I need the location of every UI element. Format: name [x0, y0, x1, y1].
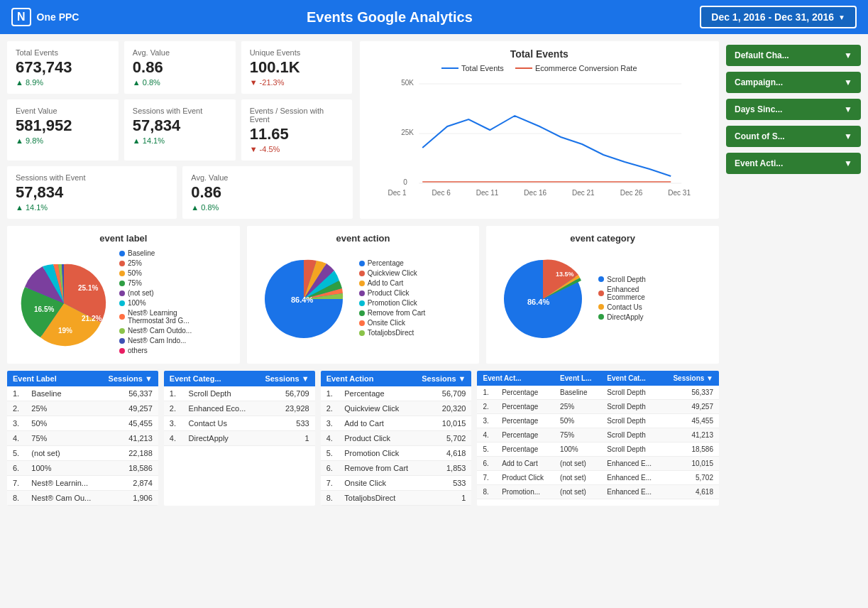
row-num: 2. — [321, 401, 339, 416]
chart-legend: Total Events Ecommerce Conversion Rate — [367, 64, 713, 72]
row-act: Add to Cart — [496, 457, 554, 471]
x-label: Dec 11 — [476, 189, 499, 197]
pie-category-title: event category — [493, 233, 712, 244]
row-label: Nest® Cam Ou... — [26, 491, 100, 506]
th-event-l: Event L... — [554, 371, 601, 386]
legend-item: others — [119, 347, 192, 354]
row-act: Promotion... — [496, 485, 554, 499]
row-num: 2. — [477, 400, 496, 414]
legend-item: Nest® LearningThermostat 3rd G... — [119, 309, 192, 325]
row-label: Promotion Click — [339, 446, 415, 461]
metric-unique-events: Unique Events 100.1K -21.3% — [241, 41, 353, 94]
row-value: 41,213 — [100, 431, 158, 446]
row-value: 4,618 — [415, 446, 472, 461]
row-value: 1,853 — [415, 461, 472, 476]
row-num: 8. — [321, 491, 339, 506]
row-value: 5,702 — [663, 471, 719, 485]
row-label: (not set) — [554, 457, 601, 471]
table-row: 8.Promotion...(not set)Enhanced E...4,61… — [477, 485, 719, 499]
table-row: 3.Add to Cart10,015 — [321, 416, 472, 431]
metric-value: 57,834 — [133, 116, 227, 135]
chevron-down-icon: ▼ — [844, 77, 852, 87]
row-value: 41,213 — [663, 428, 719, 443]
table-row: 3.50%45,455 — [7, 416, 158, 431]
table-row: 8.TotaljobsDirect1 — [321, 491, 472, 506]
metric-change: 14.1% — [16, 203, 168, 212]
pie-label-title: event label — [14, 233, 233, 244]
row-value: 1,906 — [100, 491, 158, 506]
row-label: 50% — [554, 414, 601, 428]
svg-text:25.1%: 25.1% — [78, 284, 98, 292]
legend-item: Percentage — [359, 259, 426, 267]
filter-label: Days Sinc... — [735, 104, 782, 114]
x-label: Dec 26 — [620, 189, 643, 197]
row-label: Contact Us — [183, 416, 256, 431]
logo-area: N One PPC — [11, 8, 79, 26]
svg-text:50K: 50K — [401, 79, 414, 87]
row-cat: Scroll Depth — [601, 443, 662, 457]
logo-icon: N — [11, 8, 31, 26]
row-num: 3. — [477, 414, 496, 428]
metric-avg-value-2: Avg. Value 0.86 0.8% — [182, 166, 352, 219]
table-row: 5.Percentage100%Scroll Depth18,586 — [477, 443, 719, 457]
table-row: 2.Enhanced Eco...23,928 — [164, 401, 315, 416]
line-chart-svg: 50K 25K 0 — [367, 77, 713, 190]
row-label: Percentage — [339, 386, 415, 401]
pie-action-legend: Percentage Quickview Click Add to Cart P… — [359, 259, 426, 339]
pie-label-svg: 25.1% 21.2% 19% 16.5% — [14, 254, 114, 353]
chevron-down-icon: ▼ — [844, 104, 852, 114]
row-cat: Enhanced E... — [601, 485, 662, 499]
row-num: 7. — [7, 476, 26, 491]
table-row: 7.Onsite Click533 — [321, 476, 472, 491]
metric-change: 8.9% — [16, 78, 110, 87]
metric-value: 100.1K — [250, 58, 344, 77]
filter-days-since[interactable]: Days Sinc... ▼ — [726, 99, 861, 120]
metric-change: -4.5% — [250, 145, 344, 153]
svg-text:86.4%: 86.4% — [291, 295, 313, 304]
table-row: 7.Nest® Learnin...2,874 — [7, 476, 158, 491]
row-label: 75% — [554, 428, 601, 443]
table-row: 1.Percentage56,709 — [321, 386, 472, 401]
date-range-button[interactable]: Dec 1, 2016 - Dec 31, 2016 ▼ — [700, 6, 857, 28]
metric-event-value: Event Value 581,952 9.8% — [7, 99, 119, 161]
row-num: 8. — [7, 491, 26, 506]
row-num: 2. — [7, 401, 26, 416]
row-label: Quickview Click — [339, 401, 415, 416]
row-value: 533 — [256, 416, 314, 431]
metric-sessions-event: Sessions with Event 57,834 14.1% — [124, 99, 236, 161]
row-cat: Enhanced E... — [601, 471, 662, 485]
tables-row: Event Label Sessions ▼ 1.Baseline56,337 … — [7, 371, 719, 506]
metric-label: Event Value — [16, 107, 110, 115]
row-value: 10,015 — [415, 416, 472, 431]
legend-item: Promotion Click — [359, 299, 426, 307]
pie-category-container: 13.5% 86.4% Scroll Depth EnhancedEcommer… — [493, 249, 712, 349]
legend-label: Total Events — [461, 64, 504, 72]
table-row: 3.Contact Us533 — [164, 416, 315, 431]
filter-label: Campaign... — [735, 77, 783, 87]
pie-category-svg: 13.5% 86.4% — [493, 249, 593, 349]
metric-change: 0.8% — [191, 203, 344, 212]
metric-value: 0.86 — [133, 58, 227, 77]
filter-campaign[interactable]: Campaign... ▼ — [726, 72, 861, 93]
filter-default-channel[interactable]: Default Cha... ▼ — [726, 45, 861, 66]
row-label: 25% — [26, 401, 100, 416]
x-label: Dec 31 — [668, 189, 691, 197]
th-sessions: Sessions ▼ — [100, 371, 158, 386]
filter-count[interactable]: Count of S... ▼ — [726, 126, 861, 147]
metric-change: -21.3% — [250, 78, 344, 87]
legend-item: Nest® Cam Indo... — [119, 337, 192, 344]
row-num: 5. — [477, 443, 496, 457]
row-num: 4. — [321, 431, 339, 446]
metric-change: 9.8% — [16, 136, 110, 145]
row-label: 100% — [26, 461, 100, 476]
row-label: Onsite Click — [339, 476, 415, 491]
svg-text:21.2%: 21.2% — [82, 315, 101, 322]
row-cat: Scroll Depth — [601, 414, 662, 428]
svg-text:25K: 25K — [401, 129, 414, 136]
row-value: 18,586 — [100, 461, 158, 476]
row-cat: Scroll Depth — [601, 400, 662, 414]
table-row: 6.Add to Cart(not set)Enhanced E...10,01… — [477, 457, 719, 471]
app-header: N One PPC Events Google Analytics Dec 1,… — [0, 0, 868, 34]
row-num: 2. — [164, 401, 183, 416]
filter-event-action[interactable]: Event Acti... ▼ — [726, 153, 861, 174]
